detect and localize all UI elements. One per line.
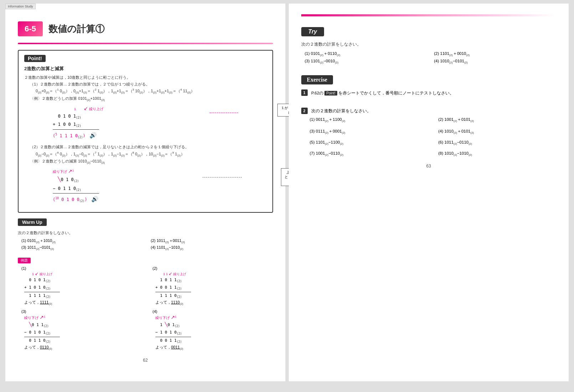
ex2-prob-6: (6) 1011(2)−0110(2) — [438, 140, 556, 145]
warmup-intro: 次の２進数の計算をしなさい。 — [18, 229, 273, 236]
warmup-problems: (1) 0101(2)＋1010(2) (2) 1011(2)＋0011(2) … — [21, 238, 273, 251]
callout-line-sub — [203, 177, 242, 177]
exercise-1-badge: 1 — [301, 89, 308, 96]
answer-1: (1) 1 ↙ 繰り上げ 0 1 0 1(2) + 1 0 1 0(2) — [21, 266, 142, 306]
subtraction-diagram: 繰り下げ ↗1 ╲0 1 0(2) − 0 1 1 0(2) (10 0 1 0… — [53, 168, 267, 205]
exercise-header: Exercise — [301, 75, 333, 84]
ex2-prob-4: (4) 1010(2)＋0101(2) — [438, 129, 556, 134]
chapter-title: 数値の計算① — [48, 23, 104, 35]
try-problem-3: (3) 1101(2)−0010(2) — [305, 59, 427, 64]
header-line — [18, 43, 273, 44]
exercise-1-text: P.62の Point! を赤シートでかくして，番号順にノートにテストしなさい。 — [311, 91, 454, 95]
ex2-prob-3: (3) 0111(2)＋0001(2) — [310, 129, 428, 134]
warmup-problem-3: (3) 1011(2)−0101(2) — [21, 245, 144, 251]
warmup-section: Warm Up 次の２進数の計算をしなさい。 (1) 0101(2)＋1010(… — [18, 218, 273, 251]
try-section: Try 次の２進数の計算をしなさい。 (1) 0101(2)＋0110(2) (… — [301, 27, 557, 65]
warmup-problem-1: (1) 0101(2)＋1010(2) — [21, 238, 144, 244]
left-page-number: 62 — [18, 358, 273, 363]
point-box: Point! 2進数の加算と減算 ２進数の加算や減算は，10進数と同じように桁ご… — [18, 50, 273, 213]
point-sub-example: 〈例〉２進数どうしの減算 1010(2)−0110(2) — [30, 158, 267, 165]
ex2-prob-2: (2) 1001(2)＋0101(2) — [438, 117, 556, 123]
try-problems: (1) 0101(2)＋0110(2) (2) 1101(2)＋0010(2) … — [305, 51, 557, 65]
right-page-number: 63 — [301, 164, 557, 169]
answer-4: (4) 繰り下げ ↗1 1 ╲0 1(2) − 1 0 1 0(2) 0 0 1… — [153, 309, 273, 351]
warmup-problem-2: (2) 1011(2)＋0011(2) — [151, 238, 273, 244]
try-header: Try — [301, 27, 324, 36]
ex2-prob-5: (5) 1101(2)−1100(2) — [310, 140, 428, 145]
spread: Information Study 6-5 数値の計算① Point! 2進数の… — [5, 4, 569, 381]
point-sub-rules: 0(2)−0(2)＝（6 0(2)），1(2)−0(2)＝（7 1(2)），1(… — [36, 150, 267, 158]
callout-line-add — [210, 113, 238, 113]
point-intro: ２進数の加算や減算は，10進数と同じように桁ごとに行う。 — [24, 74, 267, 81]
try-intro: 次の２進数の計算をしなさい。 — [301, 41, 557, 47]
answer-2: (2) 1 1 ↙ 繰り上げ 1 0 1 1(2) + 0 0 1 1(2) — [153, 266, 273, 306]
exercise-2-problems: (1) 0011(2)＋1100(2) (2) 1001(2)＋0101(2) … — [310, 117, 557, 156]
answer-3: (3) 繰り下げ ↗1 ╲0 1 1(2) − 0 1 0 1(2) 0 1 1… — [21, 309, 142, 351]
answer-grid: (1) 1 ↙ 繰り上げ 0 1 0 1(2) + 1 0 1 0(2) — [21, 266, 273, 351]
point-add-title: （1）２進数の加算…２進数の加算では，２で位が１つ繰り上がる。 — [30, 81, 267, 88]
exercise-1: 1 P.62の Point! を赤シートでかくして，番号順にノートにテストしなさ… — [301, 89, 557, 97]
right-page: Try 次の２進数の計算をしなさい。 (1) 0101(2)＋0110(2) (… — [289, 4, 569, 381]
try-problem-1: (1) 0101(2)＋0110(2) — [305, 51, 427, 57]
warmup-header: Warm Up — [18, 218, 47, 226]
addition-diagram: 1 ↙ 繰り上げ 0 1 0 1(2) + 1 0 0 1(2) (5 1 1 … — [53, 105, 267, 141]
point-title: 2進数の加算と減算 — [24, 66, 267, 72]
point-header: Point! — [24, 55, 46, 62]
left-page: Information Study 6-5 数値の計算① Point! 2進数の… — [5, 4, 286, 381]
right-header-strip — [301, 14, 557, 16]
warmup-problem-4: (4) 1101(2)−1010(2) — [151, 245, 273, 251]
answer-badge: 例題 — [18, 258, 31, 263]
point-add-rules: 0(2)+0(2)＝（1 0(2)），0(2)+1(2)＝（2 1(2)），1(… — [36, 87, 267, 95]
exercise-2: 2 次の２進数の計算をしなさい。 (1) 0011(2)＋1100(2) (2)… — [301, 107, 557, 156]
point-add-example: 〈例〉２進数どうしの加算 0101(2)+1001(2) — [30, 95, 267, 103]
ex2-prob-7: (7) 1001(2)−0110(2) — [310, 151, 428, 156]
info-study-badge: Information Study — [5, 4, 36, 9]
try-problem-4: (4) 1010(2)−0101(2) — [434, 59, 556, 64]
exercise-2-badge: 2 — [301, 108, 308, 114]
try-problem-2: (2) 1101(2)＋0010(2) — [434, 51, 556, 57]
point-sub-title: （2）２進数の減算…２進数の減算では，足りないときは上の桁から２を１個繰り下げる… — [30, 144, 267, 150]
chapter-number: 6-5 — [18, 21, 43, 36]
page-header: 6-5 数値の計算① — [18, 21, 273, 36]
answer-section: 例題 (1) 1 ↙ 繰り上げ 0 1 0 1(2) + 1 0 1 0(2) — [18, 257, 273, 351]
ex2-prob-8: (8) 1010(2)−1010(2) — [438, 151, 556, 156]
ex2-prob-1: (1) 0011(2)＋1100(2) — [310, 117, 428, 123]
exercise-2-intro: 2 次の２進数の計算をしなさい。 — [301, 107, 557, 114]
exercise-section: Exercise 1 P.62の Point! を赤シートでかくして，番号順にノ… — [301, 75, 557, 157]
